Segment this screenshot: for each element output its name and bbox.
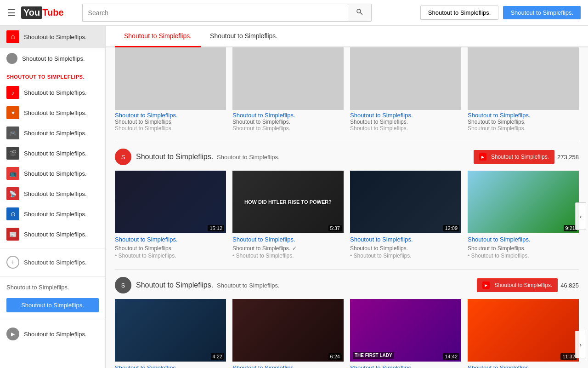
video-meta-1-2: Shoutout to Simpleflips. [350,253,461,259]
sidebar-item-0[interactable]: ♪ Shoutout to Simpleflips. [0,82,105,103]
topbar-right: Shoutout to Simpleflips. Shoutout to Sim… [420,6,581,20]
sidebar-item-3[interactable]: 🎬 Shoutout to Simpleflips. [0,143,105,163]
section-1-next-arrow[interactable]: › [575,202,586,230]
strip-channel-3: Shoutout to Simpleflips. [468,119,579,125]
sidebar-item-7[interactable]: 📰 Shoutout to Simpleflips. [0,224,105,244]
sidebar-item-6[interactable]: ⊙ Shoutout to Simpleflips. [0,204,105,224]
sidebar-account[interactable]: Shoutout to Simpleflips. [0,48,105,69]
sidebar-divider-1 [0,248,105,248]
video-duration-2-0: 4:22 [211,353,224,360]
sidebar-icon-3: 🎬 [6,147,19,160]
video-duration-1-0: 15:12 [208,225,224,231]
sidebar-signup-button[interactable]: Shoutout to Simpleflips. [6,298,99,312]
layout: ⌂ Shoutout to Simpleflips. Shoutout to S… [0,26,588,368]
video-card-2-3[interactable]: 11:32 Shoutout to Simpleflips. Shoutout … [468,299,579,368]
section-2-title[interactable]: Shoutout to Simpleflips. [136,281,213,289]
section-2-next-arrow[interactable]: › [575,331,586,358]
section-2-subtitle: Shoutout to Simpleflips. [217,282,280,289]
sidebar-item-label-6: Shoutout to Simpleflips. [24,211,87,218]
video-card-1-1[interactable]: HOW DID HITLER RISE TO POWER? 5:37 Shout… [232,171,344,262]
topbar: ☰ YouTube Shoutout to Simpleflips. Shout… [0,0,588,26]
account-icon [6,53,17,64]
sidebar-add-channel[interactable]: + Shoutout to Simpleflips. [0,252,105,272]
video-info-2-3: Shoutout to Simpleflips. Shoutout to Sim… [468,362,579,368]
youtube-logo[interactable]: YouTube [21,6,64,19]
thumb-text-2-2: THE FIRST LADY [353,352,394,359]
strip-title-0: Shoutout to Simpleflips. [115,112,226,119]
search-icon [356,8,364,16]
video-info-1-0: Shoutout to Simpleflips. Shoutout to Sim… [115,233,226,262]
search-input[interactable] [82,4,348,22]
sidebar-icon-4: 📺 [6,167,19,180]
sidebar-divider-3 [0,320,105,320]
video-thumb-1-0: 15:12 [115,171,226,233]
video-info-2-1: Shoutout to Simpleflips. Shoutout to Sim… [232,362,344,368]
video-duration-1-1: 5:37 [328,225,342,231]
strip-title-1: Shoutout to Simpleflips. [232,112,344,119]
section-2-video-grid: 4:22 Shoutout to Simpleflips. Shoutout t… [115,299,579,368]
thumb-text-1-1: HOW DID HITLER RISE TO POWER? [244,199,332,205]
sidebar-signup-container: Shoutout to Simpleflips. [0,294,105,316]
video-card-1-0[interactable]: 15:12 Shoutout to Simpleflips. Shoutout … [115,171,226,262]
video-meta-1-1: Shoutout to Simpleflips. [232,253,344,259]
strip-meta-1: Shoutout to Simpleflips. [232,125,344,132]
video-channel-1-2: Shoutout to Simpleflips. [350,245,461,252]
sidebar-divider-2 [0,276,105,276]
sidebar-item-4[interactable]: 📺 Shoutout to Simpleflips. [0,163,105,184]
section-1-subscribe-label: Shoutout to Simpleflips. [491,154,549,160]
logo-tube: Tube [42,7,63,18]
section-2-sub-count: 46,825 [560,282,579,289]
video-title-1-2: Shoutout to Simpleflips. [350,236,461,244]
sidebar-icon-0: ♪ [6,86,19,99]
upload-button[interactable]: Shoutout to Simpleflips. [420,6,499,20]
sidebar-add-label: Shoutout to Simpleflips. [24,259,87,266]
video-card-1-3[interactable]: 9:21 Shoutout to Simpleflips. Shoutout t… [468,171,579,262]
hamburger-menu[interactable]: ☰ [7,7,16,18]
video-duration-1-2: 12:09 [443,225,459,231]
video-info-2-2: Shoutout to Simpleflips. Shoutout to Sim… [350,362,461,368]
sidebar-item-2[interactable]: 🎮 Shoutout to Simpleflips. [0,123,105,143]
signin-button[interactable]: Shoutout to Simpleflips. [503,6,581,19]
tab-1[interactable]: Shoutout to Simpleflips. [201,26,287,47]
section-1: S Shoutout to Simpleflips. Shoutout to S… [106,141,588,269]
video-card-2-1[interactable]: 6:24 Shoutout to Simpleflips. Shoutout t… [232,299,344,368]
sidebar-item-label-2: Shoutout to Simpleflips. [24,130,87,137]
strip-thumb-2 [350,47,461,110]
section-1-thumb: S [115,149,131,165]
section-2-subscribe-button[interactable]: Shoutout to Simpleflips. [477,278,558,292]
search-button[interactable] [348,4,372,22]
strip-channel-1: Shoutout to Simpleflips. [232,119,344,125]
tab-0[interactable]: Shoutout to Simpleflips. [115,26,201,47]
video-thumb-2-2: THE FIRST LADY 14:42 [350,299,461,362]
strip-meta-2: Shoutout to Simpleflips. [350,125,461,132]
strip-card-0[interactable]: Shoutout to Simpleflips. Shoutout to Sim… [115,47,226,133]
video-info-1-3: Shoutout to Simpleflips. Shoutout to Sim… [468,233,579,262]
strip-card-1[interactable]: Shoutout to Simpleflips. Shoutout to Sim… [232,47,344,133]
sidebar-item-label-7: Shoutout to Simpleflips. [24,231,87,238]
sidebar-account-label: Shoutout to Simpleflips. [22,55,85,62]
verified-icon-1-1: ✓ [292,245,297,252]
video-card-2-2[interactable]: THE FIRST LADY 14:42 Shoutout to Simplef… [350,299,461,368]
main-content: Shoutout to Simpleflips. Shoutout to Sim… [106,26,588,368]
section-1-title[interactable]: Shoutout to Simpleflips. [136,153,213,161]
home-icon: ⌂ [6,30,19,43]
sidebar-item-label-5: Shoutout to Simpleflips. [24,190,87,197]
sidebar-item-label-1: Shoutout to Simpleflips. [24,109,87,116]
top-strip: Shoutout to Simpleflips. Shoutout to Sim… [106,47,588,141]
video-title-2-1: Shoutout to Simpleflips. [232,364,344,368]
video-card-1-2[interactable]: 12:09 Shoutout to Simpleflips. Shoutout … [350,171,461,262]
sidebar-channel-item[interactable]: ▶ Shoutout to Simpleflips. [0,324,105,344]
strip-info-1: Shoutout to Simpleflips. Shoutout to Sim… [232,110,344,133]
sidebar-item-1[interactable]: ✦ Shoutout to Simpleflips. [0,103,105,123]
sidebar-home[interactable]: ⌂ Shoutout to Simpleflips. [0,26,105,48]
strip-card-2[interactable]: Shoutout to Simpleflips. Shoutout to Sim… [350,47,461,133]
video-thumb-1-2: 12:09 [350,171,461,233]
strip-meta-0: Shoutout to Simpleflips. [115,125,226,132]
strip-card-3[interactable]: Shoutout to Simpleflips. Shoutout to Sim… [468,47,579,133]
section-1-subscribe-button[interactable]: Shoutout to Simpleflips. [474,150,554,164]
sidebar-section-title: SHOUTOUT TO SIMPLEFLIPS. [0,69,105,82]
video-title-1-3: Shoutout to Simpleflips. [468,236,579,244]
section-2-thumb: S [115,277,131,293]
video-card-2-0[interactable]: 4:22 Shoutout to Simpleflips. Shoutout t… [115,299,226,368]
sidebar-item-5[interactable]: 📡 Shoutout to Simpleflips. [0,184,105,204]
